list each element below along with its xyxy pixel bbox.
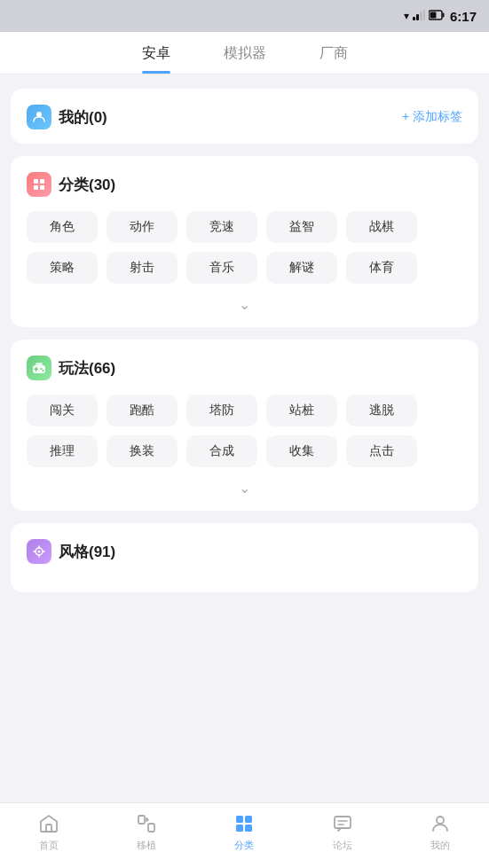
nav-category-label: 分类 bbox=[234, 839, 254, 852]
gameplay-section-card: 玩法(66) 闯关 跑酷 塔防 站桩 逃脱 推理 换装 合成 收集 点击 ⌄ bbox=[11, 340, 478, 511]
svg-rect-3 bbox=[423, 10, 425, 20]
category-tags-grid: 角色 动作 竞速 益智 战棋 策略 射击 音乐 解谜 体育 bbox=[27, 211, 462, 284]
tag-stand[interactable]: 站桩 bbox=[266, 395, 337, 426]
tag-music[interactable]: 音乐 bbox=[186, 252, 257, 284]
svg-point-28 bbox=[437, 817, 444, 824]
bottom-nav: 首页 移植 分类 bbox=[0, 802, 489, 868]
tag-racing[interactable]: 竞速 bbox=[186, 211, 257, 243]
gameplay-tags-grid: 闯关 跑酷 塔防 站桩 逃脱 推理 换装 合成 收集 点击 bbox=[27, 395, 462, 467]
my-section-card: 我的(0) + 添加标签 bbox=[11, 89, 478, 144]
style-icon bbox=[27, 539, 51, 564]
tag-action[interactable]: 动作 bbox=[106, 211, 177, 243]
tag-pass[interactable]: 闯关 bbox=[27, 395, 98, 426]
my-icon bbox=[27, 105, 51, 129]
nav-forum-label: 论坛 bbox=[333, 839, 352, 852]
add-tag-button[interactable]: + 添加标签 bbox=[402, 109, 462, 125]
nav-forum[interactable]: 论坛 bbox=[316, 812, 369, 852]
style-section-card: 风格(91) bbox=[11, 523, 478, 592]
nav-home[interactable]: 首页 bbox=[22, 812, 75, 852]
gameplay-expand-button[interactable]: ⌄ bbox=[27, 480, 462, 497]
tag-dress[interactable]: 换装 bbox=[106, 435, 177, 467]
category-expand-button[interactable]: ⌄ bbox=[27, 296, 462, 313]
svg-rect-0 bbox=[413, 17, 415, 20]
svg-point-15 bbox=[41, 368, 43, 370]
svg-rect-10 bbox=[34, 185, 38, 190]
tag-escape[interactable]: 逃脱 bbox=[346, 395, 417, 426]
svg-rect-25 bbox=[236, 825, 243, 832]
svg-rect-23 bbox=[236, 816, 243, 823]
svg-rect-6 bbox=[430, 12, 436, 18]
nav-home-label: 首页 bbox=[39, 839, 59, 852]
tag-puzzle[interactable]: 益智 bbox=[266, 211, 337, 243]
style-header: 风格(91) bbox=[27, 539, 462, 564]
main-content: 我的(0) + 添加标签 分类(30) 角色 动作 竞速 益智 bbox=[0, 74, 489, 802]
nav-migrate-label: 移植 bbox=[137, 839, 156, 852]
my-section: 我的(0) + 添加标签 bbox=[27, 105, 462, 129]
nav-mine[interactable]: 我的 bbox=[414, 812, 467, 852]
my-left: 我的(0) bbox=[27, 105, 107, 129]
chevron-down-icon: ⌄ bbox=[239, 296, 250, 313]
migrate-icon bbox=[135, 812, 158, 835]
tag-shooting[interactable]: 射击 bbox=[106, 252, 177, 284]
svg-point-16 bbox=[43, 370, 44, 371]
tag-sports[interactable]: 体育 bbox=[346, 252, 417, 284]
wifi-icon: ▾ bbox=[404, 10, 409, 22]
svg-point-19 bbox=[38, 551, 41, 553]
category-title: 分类(30) bbox=[59, 175, 115, 195]
gameplay-icon bbox=[27, 356, 51, 380]
svg-rect-26 bbox=[245, 825, 252, 832]
svg-rect-20 bbox=[46, 825, 51, 832]
nav-mine-label: 我的 bbox=[430, 839, 450, 852]
tag-chess[interactable]: 战棋 bbox=[346, 211, 417, 243]
tag-reasoning[interactable]: 推理 bbox=[27, 435, 98, 467]
svg-rect-8 bbox=[34, 179, 38, 184]
svg-rect-9 bbox=[40, 179, 44, 184]
svg-point-7 bbox=[36, 112, 42, 117]
tag-collect[interactable]: 收集 bbox=[266, 435, 337, 467]
battery-icon bbox=[429, 10, 445, 23]
top-tab-bar: 安卓 模拟器 厂商 bbox=[0, 32, 489, 74]
mine-icon bbox=[429, 812, 452, 835]
home-icon bbox=[37, 812, 60, 835]
svg-rect-5 bbox=[442, 12, 444, 17]
tab-android[interactable]: 安卓 bbox=[142, 44, 170, 74]
time-display: 6:17 bbox=[450, 9, 477, 24]
category-header: 分类(30) bbox=[27, 172, 462, 197]
tab-vendor[interactable]: 厂商 bbox=[319, 44, 348, 74]
category-icon bbox=[27, 172, 51, 197]
tag-strategy[interactable]: 策略 bbox=[27, 252, 98, 284]
gameplay-title: 玩法(66) bbox=[59, 358, 115, 379]
tag-parkour[interactable]: 跑酷 bbox=[106, 395, 177, 426]
chevron-down-icon-2: ⌄ bbox=[239, 480, 250, 497]
status-icons: ▾ bbox=[404, 10, 445, 23]
my-title: 我的(0) bbox=[59, 107, 107, 128]
gameplay-header: 玩法(66) bbox=[27, 356, 462, 380]
svg-rect-21 bbox=[138, 816, 145, 824]
nav-migrate[interactable]: 移植 bbox=[120, 812, 173, 852]
svg-rect-27 bbox=[335, 817, 351, 828]
signal-icon bbox=[413, 10, 425, 23]
nav-category[interactable]: 分类 bbox=[217, 812, 271, 852]
tag-mystery[interactable]: 解谜 bbox=[266, 252, 337, 284]
tag-synthesis[interactable]: 合成 bbox=[186, 435, 257, 467]
forum-icon bbox=[331, 812, 354, 835]
svg-rect-22 bbox=[148, 824, 154, 832]
style-title: 风格(91) bbox=[59, 542, 115, 562]
svg-rect-17 bbox=[35, 363, 43, 365]
tag-tower[interactable]: 塔防 bbox=[186, 395, 257, 426]
svg-rect-11 bbox=[40, 185, 44, 190]
category-nav-icon bbox=[233, 812, 256, 835]
svg-rect-2 bbox=[420, 12, 422, 20]
svg-rect-1 bbox=[416, 14, 419, 20]
tag-role[interactable]: 角色 bbox=[27, 211, 98, 243]
status-bar: ▾ 6:17 bbox=[0, 0, 489, 32]
category-section-card: 分类(30) 角色 动作 竞速 益智 战棋 策略 射击 音乐 解谜 体育 ⌄ bbox=[11, 156, 478, 327]
tag-click[interactable]: 点击 bbox=[346, 435, 417, 467]
svg-rect-24 bbox=[245, 816, 252, 823]
tab-emulator[interactable]: 模拟器 bbox=[224, 44, 266, 74]
svg-rect-14 bbox=[35, 369, 39, 371]
